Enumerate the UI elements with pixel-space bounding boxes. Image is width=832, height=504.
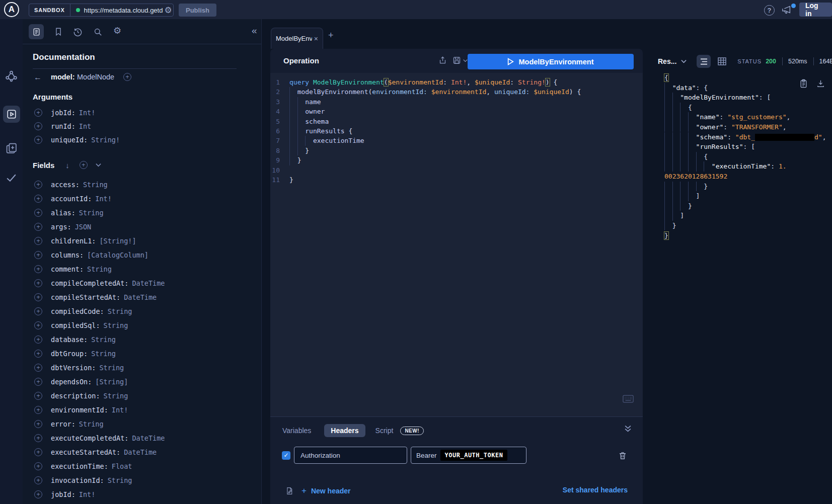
field-type[interactable]: Int! — [79, 109, 96, 117]
documentation-tab-icon[interactable] — [29, 24, 44, 39]
header-enabled-checkbox[interactable]: ✓ — [282, 451, 290, 460]
share-operation-icon[interactable] — [438, 56, 447, 65]
field-type[interactable]: DateTime — [124, 448, 157, 456]
field-type[interactable]: String — [91, 350, 116, 358]
field-type[interactable]: Int! — [112, 406, 128, 414]
field-row[interactable]: +jobId:Int! — [23, 487, 261, 501]
field-row[interactable]: +compileCompletedAt:DateTime — [23, 276, 261, 290]
field-row[interactable]: +args:JSON — [23, 220, 261, 234]
field-row[interactable]: +childrenL1:[String!] — [23, 234, 261, 248]
field-row[interactable]: +jobId:Int! — [23, 106, 261, 119]
field-row[interactable]: +dependsOn:[String] — [23, 375, 261, 389]
add-field-to-query-button[interactable]: + — [34, 490, 42, 498]
field-row[interactable]: +access:String — [23, 178, 261, 192]
add-field-to-query-button[interactable]: + — [34, 223, 42, 231]
field-row[interactable]: +description:String — [23, 389, 261, 403]
formatted-view-toggle-icon[interactable] — [697, 55, 711, 68]
field-row[interactable]: +uniqueId:String! — [23, 133, 261, 146]
field-row[interactable]: +environmentId:Int! — [23, 403, 261, 417]
explorer-nav-item[interactable] — [3, 106, 20, 123]
field-row[interactable]: +comment:String — [23, 262, 261, 276]
help-icon[interactable]: ? — [764, 5, 775, 16]
add-field-to-query-button[interactable]: + — [34, 321, 42, 329]
back-arrow-icon[interactable]: ← — [34, 72, 42, 82]
new-header-button[interactable]: +New header — [301, 486, 351, 496]
add-field-to-query-button[interactable]: + — [34, 181, 42, 189]
field-type[interactable]: String — [79, 209, 104, 217]
add-field-to-query-button[interactable]: + — [34, 462, 42, 470]
field-type[interactable]: DateTime — [132, 279, 165, 287]
field-type[interactable]: DateTime — [124, 293, 157, 301]
field-type[interactable]: Int! — [95, 195, 112, 203]
header-value-input[interactable]: Bearer YOUR_AUTH_TOKEN — [411, 447, 526, 464]
field-type[interactable]: String — [91, 335, 116, 344]
field-row[interactable]: +accountId:Int! — [23, 192, 261, 206]
field-row[interactable]: +executeStartedAt:DateTime — [23, 445, 261, 459]
field-row[interactable]: +compiledSql:String — [23, 318, 261, 332]
add-field-to-query-button[interactable]: + — [34, 448, 42, 456]
field-type[interactable]: String! — [91, 136, 120, 144]
connection-settings-gear-icon[interactable]: ⚙ — [165, 6, 172, 15]
add-field-to-query-button[interactable]: + — [34, 209, 42, 217]
history-icon[interactable] — [73, 27, 83, 37]
field-row[interactable]: +runId:Int — [23, 119, 261, 133]
add-field-to-query-button[interactable]: + — [34, 265, 42, 273]
field-type[interactable]: String — [108, 307, 132, 315]
field-type[interactable]: String — [87, 265, 112, 273]
auth-token-chip[interactable]: YOUR_AUTH_TOKEN — [440, 450, 508, 461]
add-all-fields-button[interactable]: + — [80, 161, 88, 169]
collapse-sidebar-icon[interactable]: « — [252, 25, 257, 36]
tab-variables[interactable]: Variables — [282, 427, 311, 435]
response-dropdown[interactable]: Res... — [658, 57, 676, 65]
field-type[interactable]: String — [79, 420, 104, 428]
endpoint-url-box[interactable]: SANDBOX https://metadata.cloud.getd ⚙ — [29, 4, 174, 17]
collapse-panel-double-chevron-icon[interactable] — [625, 425, 631, 432]
field-type[interactable]: Float — [112, 462, 132, 470]
field-type[interactable]: [String!] — [99, 237, 136, 245]
add-field-to-query-button[interactable]: + — [34, 251, 42, 259]
add-field-to-query-button[interactable]: + — [34, 195, 42, 203]
field-row[interactable]: +columns:[CatalogColumn] — [23, 248, 261, 262]
field-type[interactable]: JSON — [75, 223, 92, 231]
endpoint-url-input[interactable]: https://metadata.cloud.getd — [84, 7, 164, 14]
delete-header-icon[interactable] — [618, 451, 627, 460]
add-field-to-query-button[interactable]: + — [34, 335, 42, 344]
field-type[interactable]: DateTime — [132, 434, 165, 442]
field-row[interactable]: +database:String — [23, 332, 261, 347]
field-type[interactable]: [String] — [95, 378, 128, 386]
settings-gear-icon[interactable]: ⚙ — [113, 26, 121, 35]
field-row[interactable]: +alias:String — [23, 206, 261, 220]
new-tab-button[interactable]: + — [328, 30, 334, 41]
edit-headers-icon[interactable] — [285, 486, 294, 495]
field-row[interactable]: +compileStartedAt:DateTime — [23, 290, 261, 304]
add-field-to-query-button[interactable]: + — [34, 378, 42, 386]
tab-headers[interactable]: Headers — [324, 424, 365, 437]
bookmark-icon[interactable] — [54, 27, 63, 36]
field-type[interactable]: String — [104, 321, 128, 329]
response-chevron-down-icon[interactable] — [681, 59, 687, 63]
keyboard-shortcuts-icon[interactable] — [623, 395, 634, 403]
field-type[interactable]: Int! — [79, 490, 96, 498]
field-row[interactable]: +dbtVersion:String — [23, 361, 261, 375]
add-field-to-query-button[interactable]: + — [34, 420, 42, 428]
field-row[interactable]: +compiledCode:String — [23, 304, 261, 318]
run-operation-button[interactable]: ModelByEnvironment — [468, 54, 634, 69]
field-type[interactable]: String — [104, 392, 128, 400]
save-chevron-down-icon[interactable] — [463, 59, 468, 62]
collections-icon[interactable] — [5, 142, 18, 154]
add-field-to-query-button[interactable]: + — [34, 293, 42, 301]
publish-button[interactable]: Publish — [179, 4, 216, 17]
add-field-to-query-button[interactable]: + — [34, 406, 42, 414]
save-operation-icon[interactable] — [452, 56, 461, 65]
tab-script[interactable]: Script — [375, 427, 394, 435]
schema-graph-icon[interactable] — [5, 70, 18, 82]
add-field-to-query-button[interactable]: + — [34, 434, 42, 442]
field-row[interactable]: +dbtGroup:String — [23, 347, 261, 361]
field-row[interactable]: +executeCompletedAt:DateTime — [23, 431, 261, 445]
field-row[interactable]: +invocationId:String — [23, 473, 261, 487]
sort-fields-icon[interactable]: ↓ — [65, 161, 69, 170]
table-view-toggle-icon[interactable] — [718, 57, 726, 65]
close-tab-icon[interactable]: × — [314, 35, 318, 43]
add-field-to-query-button[interactable]: + — [34, 109, 42, 117]
fields-chevron-down-icon[interactable] — [96, 163, 101, 167]
